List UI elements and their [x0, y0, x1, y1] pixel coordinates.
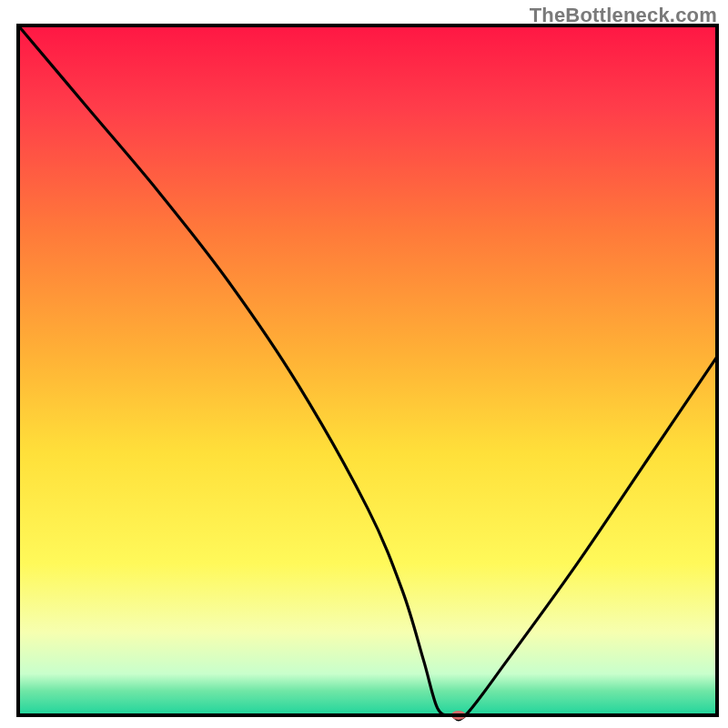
watermark-text: TheBottleneck.com [530, 4, 717, 27]
plot-background [18, 25, 717, 715]
chart-container: TheBottleneck.com [0, 0, 728, 728]
bottleneck-plot [0, 0, 728, 728]
